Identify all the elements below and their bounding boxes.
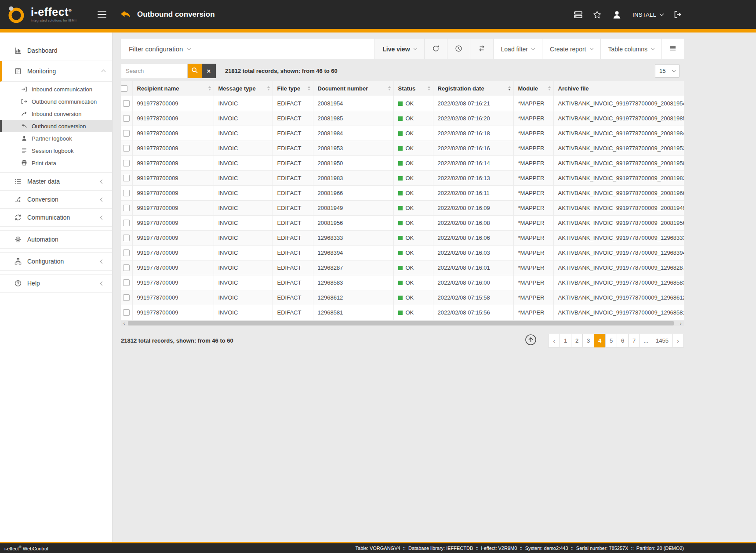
row-checkbox[interactable]	[123, 115, 130, 122]
cell-document-number: 12968394	[313, 245, 393, 260]
cell-recipient-name: 9919778700009	[132, 96, 214, 111]
sidebar-item-automation[interactable]: Automation	[0, 231, 112, 249]
repeat-button[interactable]	[470, 39, 493, 59]
page-size-select[interactable]: 15	[655, 64, 680, 78]
user-icon[interactable]	[611, 9, 622, 20]
row-checkbox[interactable]	[123, 205, 130, 211]
load-filter-dropdown[interactable]: Load filter	[493, 39, 542, 59]
row-checkbox[interactable]	[123, 249, 130, 256]
cell-status: OK	[393, 170, 433, 185]
cell-status: OK	[393, 126, 433, 141]
row-checkbox[interactable]	[123, 294, 130, 301]
column-header-recipient-name[interactable]: Recipient name	[132, 81, 214, 96]
cell-message-type: INVOIC	[214, 260, 273, 275]
cell-archive-file: AKTIVBANK_INVOIC_9919778700009_12968333_	[553, 230, 684, 245]
column-header-registration-date[interactable]: Registration date	[433, 81, 513, 96]
table-columns-dropdown[interactable]: Table columns	[600, 39, 662, 59]
page-button-5[interactable]: 5	[605, 334, 617, 347]
cell-module: *MAPPER	[513, 275, 553, 290]
sort-icon	[267, 86, 270, 90]
sidebar-item-conversion[interactable]: Conversion	[0, 191, 112, 209]
sidebar-item-session-logbook[interactable]: Session logbook	[0, 145, 112, 157]
cell-registration-date: 2022/02/08 07:16:06	[433, 230, 513, 245]
cell-message-type: INVOIC	[214, 230, 273, 245]
filter-configuration-dropdown[interactable]: Filter configuration	[121, 39, 198, 59]
sidebar-item-outbound-communication[interactable]: Outbound communication	[0, 95, 112, 108]
scrollbar-thumb[interactable]	[128, 321, 674, 325]
page-button-2[interactable]: 2	[571, 334, 583, 347]
page-button-1455[interactable]: 1455	[652, 334, 672, 347]
search-row: × 21812 total records, shown: from 46 to…	[121, 64, 684, 78]
sidebar-item-outbound-conversion[interactable]: Outbound conversion	[0, 120, 112, 132]
prev-page-button[interactable]: ‹	[548, 334, 560, 347]
cell-status: OK	[393, 275, 433, 290]
sidebar-item-configuration[interactable]: Configuration	[0, 253, 112, 271]
page-button-4[interactable]: 4	[594, 334, 606, 347]
chevron-down-icon	[651, 47, 654, 50]
row-checkbox[interactable]	[123, 160, 130, 166]
row-checkbox[interactable]	[123, 190, 130, 196]
sidebar-item-inbound-communication[interactable]: Inbound communication	[0, 83, 112, 95]
scroll-left-icon[interactable]: ‹	[121, 321, 127, 326]
auto-refresh-button[interactable]	[447, 39, 470, 59]
inbound-communication-icon	[21, 86, 27, 92]
scroll-right-icon[interactable]: ›	[677, 321, 684, 326]
app-logo[interactable]: i-effect® integrated solutions for IBM i	[0, 4, 98, 25]
refresh-button[interactable]	[424, 39, 447, 59]
next-page-button[interactable]: ›	[672, 334, 684, 347]
row-checkbox[interactable]	[123, 264, 130, 271]
column-header-document-number[interactable]: Document number	[313, 81, 393, 96]
status-ok-icon	[398, 101, 403, 106]
row-checkbox[interactable]	[123, 145, 130, 152]
cell-registration-date: 2022/02/08 07:16:08	[433, 215, 513, 230]
page-button-6[interactable]: 6	[617, 334, 629, 347]
server-icon[interactable]	[574, 10, 583, 19]
row-checkbox[interactable]	[123, 130, 130, 137]
column-header-status[interactable]: Status	[393, 81, 433, 96]
create-report-dropdown[interactable]: Create report	[542, 39, 600, 59]
column-header-file-type[interactable]: File type	[273, 81, 313, 96]
logout-icon[interactable]	[673, 10, 682, 19]
sidebar-item-communication[interactable]: Communication	[0, 209, 112, 227]
sidebar-item-monitoring[interactable]: Monitoring	[0, 61, 112, 82]
page-button-1[interactable]: 1	[560, 334, 571, 347]
cell-module: *MAPPER	[513, 230, 553, 245]
cell-archive-file: AKTIVBANK_INVOIC_9919778700009_12968612_	[553, 290, 684, 305]
cell-status: OK	[393, 290, 433, 305]
page-button-7[interactable]: 7	[628, 334, 640, 347]
sidebar-item-help[interactable]: Help	[0, 275, 112, 293]
select-all-checkbox[interactable]	[121, 85, 127, 92]
install-menu[interactable]: INSTALL	[632, 11, 663, 18]
sidebar-sections: Master dataConversionCommunicationAutoma…	[0, 173, 112, 293]
sidebar-item-print-data[interactable]: Print data	[0, 157, 112, 169]
scroll-to-top-button[interactable]	[525, 334, 537, 347]
live-view-dropdown[interactable]: Live view	[374, 39, 424, 59]
page-title: Outbound conversion	[137, 10, 215, 19]
row-checkbox[interactable]	[123, 309, 130, 316]
footer-status-line: Table: VORGANGV4 :: Database library: IE…	[356, 546, 684, 551]
horizontal-scrollbar[interactable]: ‹ ›	[121, 321, 684, 326]
clear-search-button[interactable]: ×	[202, 64, 216, 78]
column-header-message-type[interactable]: Message type	[214, 81, 273, 96]
cell-document-number: 20081985	[313, 111, 393, 126]
menu-toggle-icon[interactable]	[98, 11, 106, 18]
row-checkbox[interactable]	[123, 100, 130, 107]
row-checkbox[interactable]	[123, 220, 130, 226]
print-data-icon	[21, 160, 27, 166]
page-button-3[interactable]: 3	[582, 334, 594, 347]
row-checkbox[interactable]	[123, 175, 130, 181]
sidebar-item-master-data[interactable]: Master data	[0, 173, 112, 191]
sidebar-item-partner-logbook[interactable]: Partner logbook	[0, 132, 112, 145]
cell-registration-date: 2022/02/08 07:16:20	[433, 111, 513, 126]
table-row: 9919778700009INVOICEDIFACT20081983OK2022…	[121, 170, 684, 185]
search-input[interactable]	[121, 64, 188, 78]
sidebar-item-inbound-conversion[interactable]: Inbound conversion	[0, 108, 112, 120]
favorites-star-icon[interactable]	[593, 11, 601, 19]
row-checkbox[interactable]	[123, 235, 130, 241]
sidebar-item-dashboard[interactable]: Dashboard	[0, 40, 112, 61]
column-header-module[interactable]: Module	[513, 81, 553, 96]
list-view-button[interactable]	[662, 39, 684, 59]
cell-document-number: 12968287	[313, 260, 393, 275]
row-checkbox[interactable]	[123, 279, 130, 286]
search-button[interactable]	[188, 64, 202, 78]
